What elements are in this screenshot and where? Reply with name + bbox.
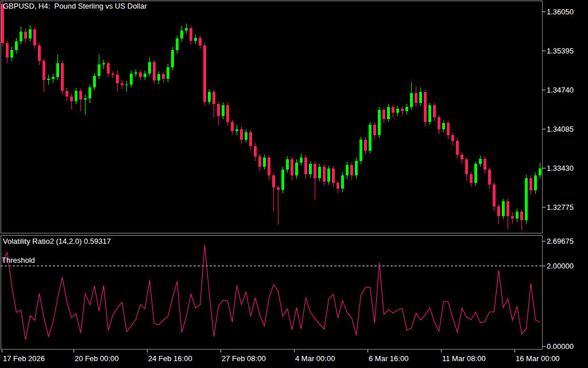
candle-body — [208, 92, 211, 102]
candle-body — [415, 93, 417, 103]
candle-body — [424, 92, 427, 122]
candle-body — [438, 117, 440, 129]
candle-body — [534, 175, 537, 190]
candle-body — [167, 67, 169, 79]
candle-body — [240, 129, 243, 140]
candle-body — [189, 28, 192, 41]
candle-body — [369, 125, 372, 151]
candle-body — [529, 178, 532, 191]
candle-body — [382, 110, 385, 119]
time-axis-label: 17 Feb 2026 — [3, 354, 45, 363]
candle-body — [401, 109, 404, 111]
candle-body — [231, 122, 234, 131]
candle-body — [318, 167, 321, 178]
candle-body — [176, 39, 179, 51]
indicator-title: Volatility Ratio2 (14,2.0) 0.59317 — [3, 237, 111, 246]
threshold-label: Threshold — [2, 256, 35, 264]
candle-body — [116, 75, 119, 83]
candle-body — [79, 91, 82, 99]
candle-body — [295, 163, 298, 176]
candle-body — [314, 164, 316, 178]
candle-body — [203, 45, 206, 102]
candle-body — [254, 146, 257, 157]
candle-body — [433, 105, 436, 117]
candle-body — [157, 74, 160, 80]
candle-body — [88, 87, 91, 98]
candle-body — [199, 38, 202, 45]
candle-body — [387, 107, 390, 119]
price-axis-label: 1.34085 — [547, 125, 574, 133]
candle-body — [474, 164, 477, 183]
candle-body — [268, 158, 270, 175]
candle-body — [194, 38, 197, 41]
price-axis-label: 1.36050 — [547, 7, 574, 16]
candle-body — [373, 125, 376, 135]
candle-body — [286, 159, 289, 170]
candle-body — [272, 175, 275, 187]
candle-body — [461, 155, 463, 159]
indicator-axis-label: 2.00000 — [547, 262, 574, 270]
candle-body — [20, 32, 22, 41]
candle-body — [277, 187, 280, 190]
candle-body — [516, 212, 519, 218]
candle-body — [102, 63, 105, 64]
candle-body — [410, 93, 413, 107]
time-axis-label: 4 Mar 00:00 — [295, 354, 335, 363]
candle-body — [304, 158, 307, 174]
candle-body — [332, 168, 335, 183]
candle-body — [465, 159, 468, 174]
candle-body — [212, 92, 215, 104]
candle-body — [171, 50, 174, 67]
price-axis-label: 1.35395 — [547, 47, 574, 55]
candle-body — [121, 83, 123, 85]
candle-body — [47, 79, 50, 80]
candle-body — [65, 91, 68, 97]
candle-body — [520, 212, 523, 221]
candle-body — [428, 105, 431, 122]
candle-body — [153, 62, 156, 80]
candle-body — [447, 123, 450, 135]
candle-body — [341, 175, 344, 189]
candle-body — [180, 30, 183, 38]
candle-body — [405, 107, 408, 111]
time-axis-label: 11 Mar 08:00 — [442, 354, 486, 363]
candle-body — [346, 165, 349, 176]
indicator-axis-label: 0.00000 — [547, 342, 574, 351]
candle-body — [226, 105, 229, 122]
candle-body — [539, 168, 541, 175]
chart-surface[interactable]: 1.360501.353951.347401.340851.334301.327… — [0, 0, 588, 368]
candle-body — [470, 174, 473, 183]
candle-body — [511, 216, 514, 218]
candle-body — [483, 159, 486, 170]
time-axis-label: 6 Mar 16:00 — [369, 354, 408, 363]
candle-body — [42, 61, 45, 80]
candle-body — [162, 74, 165, 79]
candle-body — [84, 98, 87, 99]
candle-body — [502, 201, 505, 216]
mt-chart-window: 1.360501.353951.347401.340851.334301.327… — [0, 0, 588, 368]
candle-body — [451, 135, 454, 141]
candle-body — [125, 85, 128, 85]
candle-body — [111, 74, 114, 75]
candle-body — [56, 63, 59, 77]
time-axis-label: 16 Mar 00:00 — [516, 354, 560, 363]
candle-body — [396, 109, 399, 113]
time-axis-label: 24 Feb 16:00 — [148, 354, 192, 363]
candle-body — [364, 140, 367, 151]
candle-body — [493, 185, 496, 206]
indicator-axis-label: 2.69675 — [547, 237, 574, 246]
time-axis-label: 27 Feb 08:00 — [222, 354, 266, 363]
candle-body — [235, 129, 238, 131]
candle-body — [10, 50, 13, 57]
candle-body — [309, 164, 312, 175]
candle-body — [52, 77, 55, 79]
candle-body — [263, 158, 266, 167]
price-axis-label: 1.34740 — [547, 86, 574, 94]
candle-body — [506, 201, 509, 216]
candle-body — [355, 161, 358, 176]
candle-body — [359, 140, 362, 160]
candle-body — [70, 97, 73, 101]
candle-body — [29, 29, 32, 39]
candle-body — [148, 62, 151, 74]
candle-body — [134, 72, 137, 74]
